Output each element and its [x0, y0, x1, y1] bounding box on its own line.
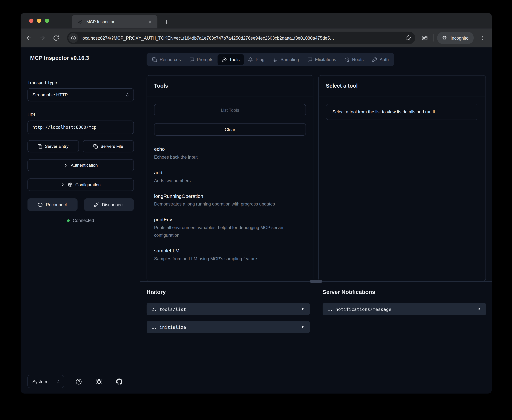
chevron-right-icon [64, 163, 68, 167]
tool-name: sampleLLM [154, 248, 306, 253]
theme-select[interactable]: System [28, 375, 64, 388]
list-item[interactable]: sampleLLM Samples from an LLM using MCP'… [154, 248, 306, 262]
hash-icon [273, 57, 278, 62]
splitter-handle[interactable] [310, 280, 322, 283]
tab-ping[interactable]: Ping [244, 54, 269, 65]
list-item[interactable]: longRunningOperation Demonstrates a long… [154, 193, 306, 208]
close-window-button[interactable] [29, 19, 33, 23]
pane-splitter[interactable] [140, 281, 492, 282]
new-tab-button[interactable] [161, 16, 172, 27]
bottom-pane: History 2. tools/list 1. initialize [140, 282, 492, 393]
list-item[interactable]: printEnv Prints all environment variable… [154, 217, 306, 239]
browser-tabstrip: MCP Inspector [21, 13, 492, 28]
bug-icon[interactable] [96, 378, 102, 384]
tab-elicitations[interactable]: Elicitations [303, 54, 340, 65]
chevrons-up-down-icon [125, 92, 130, 97]
tool-description: Echoes back the input [154, 153, 306, 161]
star-icon[interactable] [405, 35, 411, 41]
tool-name: add [154, 170, 306, 175]
configuration-expander[interactable]: Configuration [28, 178, 134, 191]
list-tools-button[interactable]: List Tools [154, 104, 306, 116]
authentication-label: Authentication [71, 163, 98, 168]
server-notifications-title: Server Notifications [322, 289, 486, 296]
reload-icon[interactable] [50, 32, 61, 43]
zoom-window-button[interactable] [45, 19, 49, 23]
connection-status: Connected [28, 218, 134, 223]
history-title: History [147, 289, 310, 296]
transport-type-select[interactable]: Streamable HTTP [28, 88, 134, 101]
server-entry-button[interactable]: Server Entry [28, 140, 79, 152]
url-text[interactable]: localhost:6274/?MCP_PROXY_AUTH_TOKEN=ec1… [82, 36, 403, 40]
main-content: Resources Prompts Tools Ping [140, 47, 492, 394]
server-notifications-panel: Server Notifications 1. notifications/me… [316, 282, 492, 393]
mcp-inspector-app: MCP Inspector v0.16.3 Transport Type Str… [21, 47, 492, 394]
tools-panel-body: List Tools Clear echo Echoes back the in… [147, 96, 313, 281]
disconnect-button[interactable]: Disconnect [84, 198, 134, 211]
tool-list: echo Echoes back the input add Adds two … [154, 146, 306, 262]
screen: MCP Inspector [0, 0, 512, 420]
browser-tab-title: MCP Inspector [86, 19, 146, 24]
incognito-label: Incognito [451, 36, 469, 40]
sidebar-footer: System [21, 369, 140, 393]
history-panel: History 2. tools/list 1. initialize [140, 282, 316, 393]
minimize-window-button[interactable] [37, 19, 41, 23]
tab-label: Auth [380, 57, 389, 62]
rotate-ccw-icon [38, 202, 43, 207]
reconnect-button[interactable]: Reconnect [28, 198, 77, 211]
files-icon [152, 57, 157, 62]
top-pane: Tools List Tools Clear echo Echoes back … [147, 75, 486, 281]
list-item[interactable]: echo Echoes back the input [154, 146, 306, 161]
browser-tab[interactable]: MCP Inspector [72, 15, 157, 28]
play-icon[interactable] [301, 324, 305, 330]
tool-name: echo [154, 146, 306, 152]
forward-icon[interactable] [37, 32, 48, 43]
notification-item[interactable]: 1. notifications/message [322, 303, 486, 315]
disconnect-label: Disconnect [102, 202, 124, 207]
play-icon[interactable] [477, 306, 481, 312]
search-panel-icon[interactable] [419, 32, 430, 43]
notification-item-label: 1. notifications/message [328, 306, 477, 312]
tool-description: Demonstrates a long running operation wi… [154, 201, 306, 208]
help-circle-icon[interactable] [76, 378, 82, 384]
tab-roots[interactable]: Roots [340, 54, 368, 65]
history-item[interactable]: 2. tools/list [147, 303, 310, 315]
menu-dots-icon[interactable] [477, 32, 488, 43]
history-item-label: 2. tools/list [152, 306, 301, 312]
authentication-expander[interactable]: Authentication [28, 159, 134, 171]
tab-prompts[interactable]: Prompts [185, 54, 217, 65]
github-icon[interactable] [116, 378, 122, 384]
incognito-icon [442, 35, 448, 41]
list-item[interactable]: add Adds two numbers [154, 170, 306, 184]
tab-sampling[interactable]: Sampling [269, 54, 303, 65]
nav-tabs: Resources Prompts Tools Ping [147, 53, 394, 66]
configuration-label: Configuration [75, 182, 101, 187]
toolbar-divider [434, 34, 434, 41]
history-item[interactable]: 1. initialize [147, 321, 310, 333]
tab-resources[interactable]: Resources [148, 54, 185, 65]
chevron-right-icon [61, 182, 65, 187]
tab-tools[interactable]: Tools [217, 54, 244, 65]
transport-type-value: Streamable HTTP [32, 92, 125, 97]
tab-label: Prompts [197, 57, 213, 62]
server-url-input[interactable] [28, 121, 134, 134]
info-icon[interactable] [69, 33, 78, 43]
play-icon[interactable] [301, 306, 305, 312]
clear-tools-button[interactable]: Clear [154, 123, 306, 136]
connection-buttons-row: Reconnect Disconnect [28, 198, 134, 211]
history-item-label: 1. initialize [152, 324, 301, 330]
transport-type-label: Transport Type [28, 80, 134, 85]
entry-buttons-row: Server Entry Servers File [28, 140, 134, 152]
tab-auth[interactable]: Auth [368, 54, 393, 65]
servers-file-button[interactable]: Servers File [83, 140, 134, 152]
incognito-badge: Incognito [437, 32, 474, 44]
back-icon[interactable] [23, 32, 35, 43]
copy-icon [93, 144, 98, 149]
message-square-icon [307, 57, 312, 62]
tools-panel-title: Tools [147, 75, 313, 96]
notifications-list: 1. notifications/message [322, 303, 486, 315]
url-bar[interactable]: localhost:6274/?MCP_PROXY_AUTH_TOKEN=ec1… [67, 32, 415, 44]
tab-label: Ping [256, 57, 264, 62]
close-tab-icon[interactable] [146, 18, 153, 25]
url-label: URL [28, 112, 134, 117]
footer-icons [64, 378, 134, 384]
